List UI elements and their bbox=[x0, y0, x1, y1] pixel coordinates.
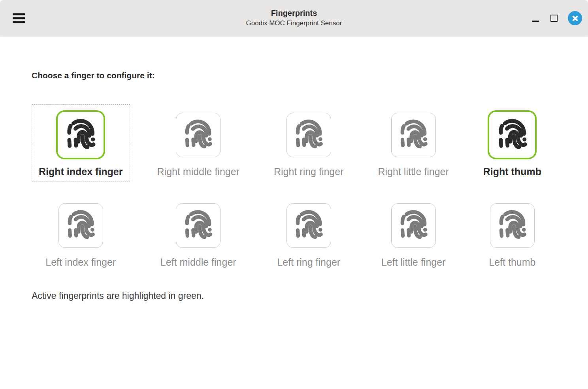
finger-item-right-index-finger[interactable]: Right index finger bbox=[32, 104, 130, 181]
fingerprint-icon bbox=[286, 203, 331, 248]
finger-item-left-thumb[interactable]: Left thumb bbox=[482, 195, 543, 272]
finger-item-right-thumb[interactable]: Right thumb bbox=[476, 104, 548, 181]
finger-label: Left ring finger bbox=[277, 257, 340, 268]
finger-column-2: Right middle finger Left middle finger bbox=[150, 104, 247, 272]
close-icon bbox=[572, 15, 579, 22]
icon-wrap bbox=[488, 110, 537, 160]
icon-wrap bbox=[58, 200, 103, 251]
icon-wrap bbox=[391, 200, 436, 251]
finger-grid: Right index finger Left index finger Rig… bbox=[32, 104, 548, 272]
fingerprint-icon bbox=[391, 203, 436, 248]
fingerprint-icon bbox=[176, 203, 220, 248]
finger-label: Left middle finger bbox=[160, 257, 236, 268]
window-title: Fingerprints bbox=[271, 9, 317, 17]
minimize-button[interactable] bbox=[531, 11, 540, 25]
finger-item-right-middle-finger[interactable]: Right middle finger bbox=[150, 104, 247, 181]
finger-column-4: Right little finger Left little finger bbox=[371, 104, 456, 272]
finger-column-3: Right ring finger Left ring finger bbox=[267, 104, 351, 272]
fingerprints-window: Fingerprints Goodix MOC Fingerprint Sens… bbox=[0, 0, 588, 389]
finger-label: Right index finger bbox=[39, 166, 123, 177]
finger-label: Right middle finger bbox=[157, 166, 239, 177]
fingerprint-icon bbox=[56, 110, 105, 159]
finger-column-1: Right index finger Left index finger bbox=[32, 104, 130, 272]
maximize-icon bbox=[550, 15, 558, 22]
icon-wrap bbox=[286, 110, 331, 160]
icon-wrap bbox=[286, 200, 331, 251]
finger-label: Right ring finger bbox=[274, 166, 343, 177]
fingerprint-icon bbox=[58, 203, 103, 248]
finger-label: Left little finger bbox=[381, 257, 446, 268]
icon-wrap bbox=[391, 110, 436, 160]
titlebar: Fingerprints Goodix MOC Fingerprint Sens… bbox=[0, 0, 588, 36]
window-controls bbox=[531, 0, 582, 36]
fingerprint-icon bbox=[286, 113, 331, 157]
finger-label: Left index finger bbox=[45, 257, 116, 268]
fingerprint-icon bbox=[490, 203, 535, 248]
icon-wrap bbox=[56, 110, 105, 160]
minimize-icon bbox=[532, 21, 539, 22]
window-subtitle: Goodix MOC Fingerprint Sensor bbox=[246, 19, 342, 28]
finger-item-left-index-finger[interactable]: Left index finger bbox=[38, 195, 123, 272]
finger-item-left-little-finger[interactable]: Left little finger bbox=[374, 195, 453, 272]
footer-note: Active fingerprints are highlighted in g… bbox=[32, 290, 548, 301]
finger-item-right-little-finger[interactable]: Right little finger bbox=[371, 104, 456, 181]
hamburger-menu-icon bbox=[13, 13, 25, 23]
icon-wrap bbox=[176, 200, 220, 251]
icon-wrap bbox=[176, 110, 220, 160]
content-area: Choose a finger to configure it: Right i… bbox=[0, 70, 588, 301]
fingerprint-icon bbox=[488, 110, 537, 159]
finger-column-5: Right thumb Left thumb bbox=[476, 104, 548, 272]
icon-wrap bbox=[490, 200, 535, 251]
title-block: Fingerprints Goodix MOC Fingerprint Sens… bbox=[246, 9, 342, 28]
finger-item-left-middle-finger[interactable]: Left middle finger bbox=[153, 195, 243, 272]
finger-item-right-ring-finger[interactable]: Right ring finger bbox=[267, 104, 351, 181]
fingerprint-icon bbox=[391, 113, 436, 157]
finger-label: Right little finger bbox=[378, 166, 449, 177]
page-heading: Choose a finger to configure it: bbox=[32, 70, 548, 81]
maximize-button[interactable] bbox=[549, 11, 559, 25]
fingerprint-icon bbox=[176, 113, 220, 157]
finger-label: Right thumb bbox=[483, 166, 541, 177]
finger-label: Left thumb bbox=[489, 257, 535, 268]
menu-button[interactable] bbox=[9, 8, 28, 28]
finger-item-left-ring-finger[interactable]: Left ring finger bbox=[270, 195, 347, 272]
close-button[interactable] bbox=[568, 11, 582, 25]
